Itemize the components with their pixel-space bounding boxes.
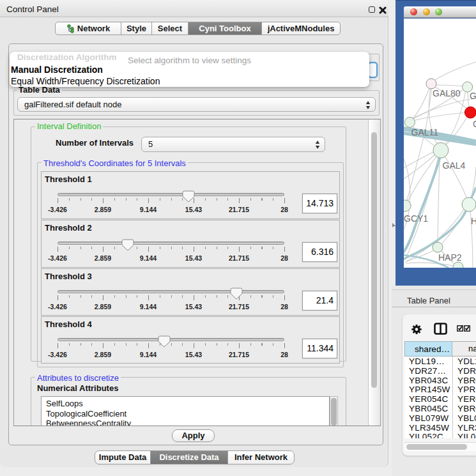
svg-text:GAL11: GAL11 bbox=[411, 127, 439, 137]
svg-text:GAL4: GAL4 bbox=[443, 160, 466, 171]
svg-text:HAP2: HAP2 bbox=[438, 252, 462, 263]
svg-text:GAL80: GAL80 bbox=[433, 88, 461, 98]
svg-text:H: H bbox=[471, 216, 476, 226]
svg-text:CY: CY bbox=[473, 119, 476, 129]
svg-text:GCY1: GCY1 bbox=[404, 213, 428, 224]
svg-text:GA: GA bbox=[470, 91, 476, 101]
